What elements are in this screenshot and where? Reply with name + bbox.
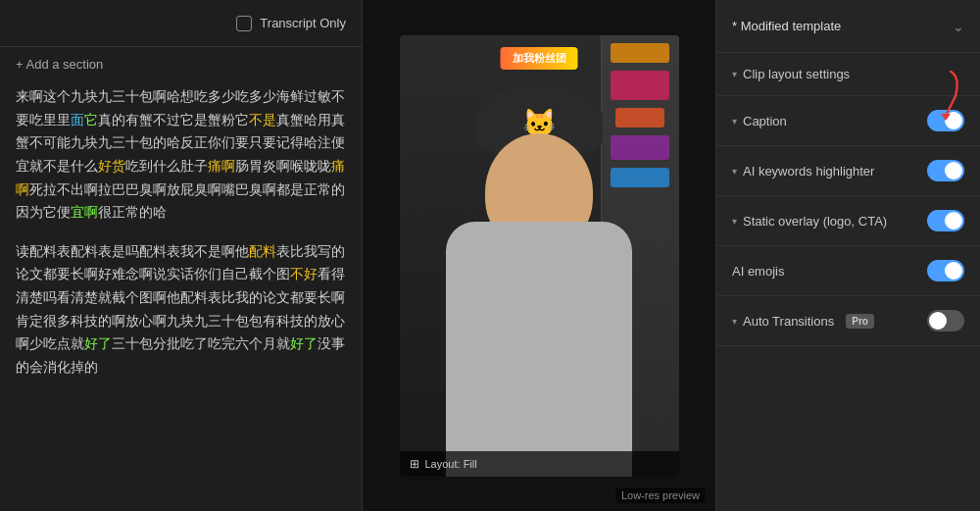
- caption-section: ▾ Caption: [716, 96, 980, 146]
- static-overlay-chevron-icon: ▾: [732, 216, 737, 227]
- static-overlay-label-group: ▾ Static overlay (logo, CTA): [732, 214, 887, 229]
- add-section-button[interactable]: + Add a section: [0, 47, 362, 81]
- shelf-item-5: [611, 168, 669, 187]
- video-banner-text: 加我粉丝团: [513, 52, 566, 64]
- ai-keywords-label-group: ▾ AI keywords highlighter: [732, 164, 874, 179]
- clip-layout-text: Clip layout settings: [743, 67, 850, 81]
- static-overlay-toggle-knob: [945, 212, 962, 230]
- video-background: 🐱: [400, 35, 679, 477]
- transcript-only-label: Transcript Only: [260, 16, 346, 30]
- clip-layout-label: ▾ Clip layout settings: [732, 67, 850, 81]
- video-bottom-bar: ⊞ Layout: Fill: [400, 451, 679, 477]
- caption-chevron-icon: ▾: [732, 116, 737, 127]
- transcript-panel: Transcript Only + Add a section 来啊这个九块九三…: [0, 0, 363, 511]
- transcript-paragraph-1: 来啊这个九块九三十包啊哈想吃多少吃多少海鲜过敏不要吃里里面它真的有蟹不过它是蟹粉…: [16, 85, 346, 225]
- template-chevron-icon[interactable]: ⌄: [953, 19, 964, 34]
- auto-transitions-chevron-icon: ▾: [732, 316, 737, 327]
- ai-emojis-label-group: AI emojis: [732, 264, 784, 279]
- ai-emojis-row[interactable]: AI emojis: [716, 246, 980, 295]
- auto-transitions-section: ▾ Auto Transitions Pro: [716, 296, 980, 346]
- ai-keywords-label: AI keywords highlighter: [743, 164, 874, 179]
- transcript-only-checkbox[interactable]: [236, 16, 252, 31]
- template-title: * Modified template: [732, 19, 841, 33]
- ai-emojis-label: AI emojis: [732, 264, 784, 279]
- caption-row[interactable]: ▾ Caption: [716, 96, 980, 145]
- auto-transitions-toggle-knob: [929, 312, 947, 330]
- clip-layout-chevron-icon: ▾: [732, 69, 737, 79]
- ai-emojis-toggle[interactable]: [927, 260, 964, 281]
- static-overlay-label: Static overlay (logo, CTA): [743, 214, 887, 229]
- transcript-content: 来啊这个九块九三十包啊哈想吃多少吃多少海鲜过敏不要吃里里面它真的有蟹不过它是蟹粉…: [0, 81, 362, 511]
- ai-keywords-chevron-icon: ▾: [732, 166, 737, 177]
- layout-label: Layout: Fill: [425, 458, 477, 470]
- ai-keywords-row[interactable]: ▾ AI keywords highlighter: [716, 146, 980, 195]
- transcript-only-toggle[interactable]: Transcript Only: [236, 16, 346, 31]
- auto-transitions-label-group: ▾ Auto Transitions Pro: [732, 314, 874, 329]
- right-settings-panel: * Modified template ⌄ ▾ Clip layout sett…: [715, 0, 980, 511]
- clip-layout-section: ▾ Clip layout settings: [716, 53, 980, 96]
- video-panel: 🐱 加我粉丝团 ⊞ Layout: Fill Low-res preview: [363, 0, 715, 511]
- shelf-item-2: [611, 71, 669, 100]
- static-overlay-section: ▾ Static overlay (logo, CTA): [716, 196, 980, 246]
- auto-transitions-toggle[interactable]: [927, 310, 964, 332]
- shelf-item-4: [611, 135, 669, 160]
- ai-keywords-section: ▾ AI keywords highlighter: [716, 146, 980, 196]
- ai-emojis-toggle-knob: [945, 262, 962, 280]
- caption-toggle-knob: [945, 112, 962, 129]
- video-banner: 加我粉丝团: [501, 47, 578, 70]
- caption-label-group: ▾ Caption: [732, 114, 787, 128]
- shelf-item-3: [615, 108, 664, 128]
- static-overlay-toggle[interactable]: [927, 210, 964, 231]
- shelf-item-1: [611, 43, 669, 63]
- static-overlay-row[interactable]: ▾ Static overlay (logo, CTA): [716, 196, 980, 245]
- layout-icon: ⊞: [410, 457, 419, 471]
- add-section-label: + Add a section: [16, 57, 103, 72]
- top-bar: Transcript Only: [0, 0, 362, 47]
- clip-layout-row[interactable]: ▾ Clip layout settings: [716, 53, 980, 95]
- caption-label: Caption: [743, 114, 787, 128]
- transcript-paragraph-2: 读配料表配料表是吗配料表我不是啊他配料表比我写的论文都要长啊好难念啊说实话你们自…: [16, 240, 346, 380]
- ai-keywords-toggle[interactable]: [927, 160, 964, 181]
- auto-transitions-label: Auto Transitions: [743, 314, 834, 329]
- template-header: * Modified template ⌄: [716, 0, 980, 53]
- ai-emojis-section: AI emojis: [716, 246, 980, 296]
- video-container: 🐱 加我粉丝团 ⊞ Layout: Fill: [400, 35, 679, 477]
- caption-toggle[interactable]: [927, 110, 964, 131]
- person-body: [446, 222, 632, 477]
- auto-transitions-row[interactable]: ▾ Auto Transitions Pro: [716, 296, 980, 345]
- low-res-preview-label: Low-res preview: [615, 487, 706, 503]
- pro-badge: Pro: [846, 314, 874, 329]
- ai-keywords-toggle-knob: [945, 162, 962, 179]
